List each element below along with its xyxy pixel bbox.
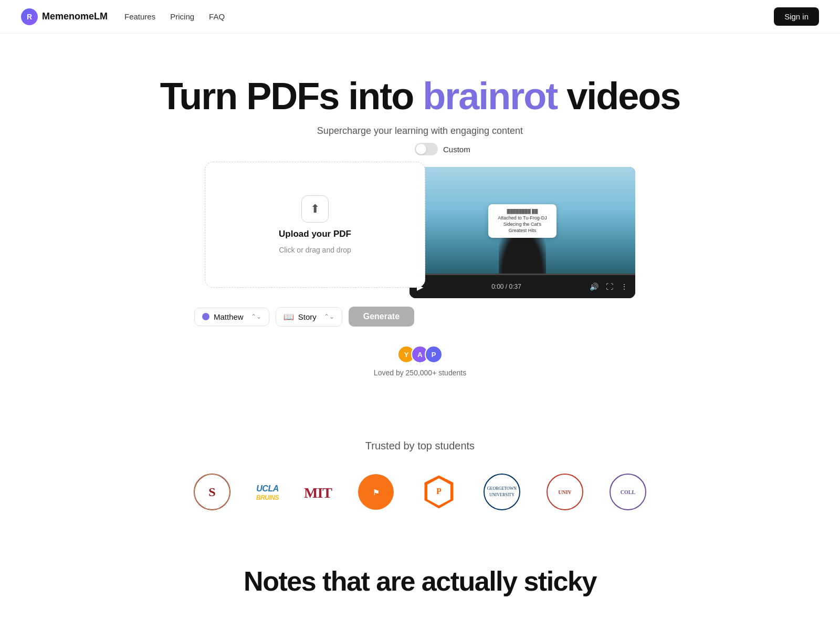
video-fullscreen-icon[interactable]: ⛶ (606, 282, 613, 291)
hero-section: Turn PDFs into brainrot videos Superchar… (0, 34, 840, 398)
svg-text:UNIV: UNIV (558, 489, 572, 495)
university-logos: S UCLA BRUINS MIT ⚑ P (21, 473, 819, 513)
navbar: R MemenomeLM Features Pricing FAQ Sign i… (0, 0, 840, 34)
logo-univ4: ⚑ (357, 473, 395, 513)
upload-icon: ⬆ (310, 202, 320, 216)
upload-subtitle: Click or drag and drop (279, 246, 351, 254)
video-time: 0:00 / 0:37 (428, 283, 584, 290)
logo-stanford: S (193, 473, 231, 513)
toggle-thumb (416, 144, 426, 154)
svg-text:COLL: COLL (621, 489, 636, 495)
notes-title: Notes that are actually sticky (21, 565, 819, 597)
upload-icon-wrap: ⬆ (301, 195, 329, 223)
upload-title: Upload your PDF (279, 229, 351, 239)
logo-ucla: UCLA BRUINS (256, 485, 279, 501)
svg-text:P: P (436, 487, 442, 496)
social-text: Loved by 250,000+ students (21, 369, 819, 377)
story-icon: 📖 (284, 312, 294, 322)
voice-dot (202, 313, 209, 320)
avatar-row: Y A P (21, 345, 819, 363)
trusted-title: Trusted by top students (21, 440, 819, 452)
story-selector[interactable]: 📖 Story ⌃⌄ (276, 307, 342, 327)
story-label: Story (298, 312, 317, 321)
hero-title-prefix: Turn PDFs into (160, 75, 423, 117)
voice-arrow-icon: ⌃⌄ (251, 313, 261, 320)
nav-features[interactable]: Features (124, 12, 155, 21)
custom-toggle-label: Custom (443, 145, 470, 154)
logo-univ7: UNIV (546, 473, 584, 513)
svg-point-10 (486, 476, 518, 508)
video-progress-bar[interactable] (410, 274, 635, 275)
logo-univ8: COLL (609, 473, 647, 513)
logo-mit: MIT (304, 485, 332, 501)
video-controls: ▶ 0:00 / 0:37 🔊 ⛶ ⋮ (410, 275, 635, 298)
hero-subtitle: Supercharge your learning with engaging … (21, 125, 819, 136)
video-volume-icon[interactable]: 🔊 (590, 282, 598, 291)
trusted-section: Trusted by top students S UCLA BRUINS MI… (0, 398, 840, 534)
notes-section: Notes that are actually sticky (0, 534, 840, 628)
story-arrow-icon: ⌃⌄ (324, 313, 334, 320)
logo-georgetown: GEORGETOWN UNIVERSITY (483, 473, 521, 513)
svg-text:GEORGETOWN: GEORGETOWN (487, 486, 517, 491)
hero-title-suffix: videos (557, 75, 680, 117)
nav-left: R MemenomeLM Features Pricing FAQ (21, 8, 225, 25)
logo[interactable]: R MemenomeLM (21, 8, 108, 25)
custom-toggle[interactable] (415, 143, 438, 155)
upload-panel[interactable]: ⬆ Upload your PDF Click or drag and drop (205, 162, 425, 288)
svg-text:UNIVERSITY: UNIVERSITY (489, 492, 514, 497)
logo-initial: R (27, 13, 32, 21)
video-panel: ████████ ██ Attached to Tu-Frog-DJ Sidec… (410, 167, 635, 298)
video-icons: 🔊 ⛶ ⋮ (590, 282, 628, 291)
nav-pricing[interactable]: Pricing (170, 12, 194, 21)
voice-selector[interactable]: Matthew ⌃⌄ (194, 308, 269, 326)
nav-faq[interactable]: FAQ (209, 12, 225, 21)
generate-button[interactable]: Generate (349, 307, 414, 327)
hero-title: Turn PDFs into brainrot videos (21, 76, 819, 117)
demo-area: ⬆ Upload your PDF Click or drag and drop… (184, 162, 656, 298)
video-content: ████████ ██ Attached to Tu-Frog-DJ Sidec… (410, 167, 635, 275)
svg-text:⚑: ⚑ (373, 489, 380, 497)
sign-in-button[interactable]: Sign in (774, 7, 819, 26)
controls-row: Matthew ⌃⌄ 📖 Story ⌃⌄ Generate (184, 307, 656, 327)
hero-title-highlight: brainrot (423, 75, 557, 117)
custom-toggle-row: Custom (415, 143, 470, 155)
logo-princeton: P (420, 473, 458, 513)
logo-icon: R (21, 8, 38, 25)
video-card-text: Attached to Tu-Frog-DJ Sidecing the Cat'… (495, 215, 550, 234)
nav-links: Features Pricing FAQ (124, 12, 225, 21)
avatar-p: P (425, 345, 443, 363)
video-more-icon[interactable]: ⋮ (621, 282, 628, 291)
social-proof: Y A P Loved by 250,000+ students (21, 345, 819, 377)
svg-text:S: S (208, 485, 215, 499)
video-overlay-card: ████████ ██ Attached to Tu-Frog-DJ Sidec… (488, 204, 556, 238)
logo-text: MemenomeLM (42, 11, 108, 22)
voice-label: Matthew (214, 312, 244, 321)
